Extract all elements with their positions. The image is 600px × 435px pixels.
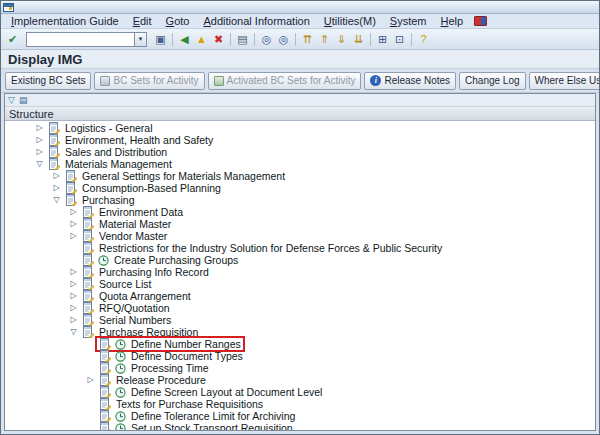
tree-node[interactable]: RFQ/Quotation [80,302,172,314]
img-documentation-icon[interactable] [82,206,95,218]
find-next-icon[interactable]: ◎ [275,31,292,48]
img-documentation-icon[interactable] [65,182,78,194]
img-documentation-icon[interactable] [82,218,95,230]
tree-node-label[interactable]: General Settings for Materials Managemen… [80,170,285,182]
tree-node[interactable]: Restrictions for the Industry Solution f… [80,242,444,254]
img-activity-clock-icon[interactable] [114,387,127,398]
tree-node[interactable]: General Settings for Materials Managemen… [63,170,287,182]
expand-arrow-icon[interactable]: ▷ [50,172,63,180]
tree-node[interactable]: Environment Data [80,206,185,218]
release-notes-button[interactable]: iRelease Notes [364,72,456,90]
expand-arrow-icon[interactable]: ▷ [67,208,80,216]
tree-node-label[interactable]: Define Number Ranges [129,338,241,350]
img-documentation-icon[interactable] [99,422,112,430]
tree-node[interactable]: Vendor Master [80,230,169,242]
expand-arrow-icon[interactable]: ▷ [67,304,80,312]
tree-node[interactable]: Release Procedure [97,374,208,386]
img-activity-clock-icon[interactable] [114,351,127,362]
where-else-used-button[interactable]: Where Else Used [529,72,599,90]
shortcut-icon[interactable]: ⊡ [391,31,408,48]
expand-arrow-icon[interactable]: ▷ [67,220,80,228]
tree-node[interactable]: Create Purchasing Groups [80,254,240,266]
tree-node-label[interactable]: Materials Management [63,158,172,170]
tree-node-label[interactable]: Source List [97,278,152,290]
tree-node-label[interactable]: Logistics - General [63,122,153,134]
tree-node[interactable]: Define Document Types [97,350,245,362]
tree-node-label[interactable]: Purchasing [80,194,135,206]
expand-arrow-icon[interactable]: ▷ [50,184,63,192]
documentation-icon[interactable]: ▤ [19,96,28,105]
img-activity-clock-icon[interactable] [114,423,127,431]
menu-item-utilities-m[interactable]: Utilities(M) [317,15,383,27]
img-documentation-icon[interactable] [48,158,61,170]
expand-arrow-icon[interactable]: ▷ [33,136,46,144]
img-documentation-icon[interactable] [82,230,95,242]
img-documentation-icon[interactable] [82,290,95,302]
menu-item-help[interactable]: Help [434,15,471,27]
tree-node-label[interactable]: RFQ/Quotation [97,302,170,314]
img-documentation-icon[interactable] [99,386,112,398]
tree-node[interactable]: Define Screen Layout at Document Level [97,386,324,398]
img-documentation-icon[interactable] [82,326,95,338]
tree-node-label[interactable]: Processing Time [129,362,209,374]
help-icon[interactable]: ? [415,31,432,48]
tree-node[interactable]: Purchasing Info Record [80,266,211,278]
tree-node-label[interactable]: Create Purchasing Groups [112,254,238,266]
tree-node[interactable]: Processing Time [97,362,211,374]
img-activity-clock-icon[interactable] [114,339,127,350]
img-documentation-icon[interactable] [99,362,112,374]
expand-arrow-icon[interactable]: ▷ [67,292,80,300]
menu-item-edit[interactable]: Edit [126,15,159,27]
command-dropdown-icon[interactable]: ▼ [134,32,147,47]
tree-node[interactable]: Purchasing [63,194,137,206]
expand-arrow-icon[interactable]: ▷ [33,124,46,132]
tree-node[interactable]: Purchase Requisition [80,326,200,338]
print-icon[interactable]: ▤ [234,31,251,48]
tree-node-label[interactable]: Define Tolerance Limit for Archiving [129,410,295,422]
img-documentation-icon[interactable] [82,242,95,254]
expand-arrow-icon[interactable]: ▷ [67,316,80,324]
tree-node[interactable]: Quota Arrangement [80,290,193,302]
back-icon[interactable]: ◀ [176,31,193,48]
img-documentation-icon[interactable] [48,122,61,134]
img-documentation-icon[interactable] [99,374,112,386]
tree-node-label[interactable]: Environment, Health and Safety [63,134,213,146]
menu-item-system[interactable]: System [383,15,434,27]
expand-arrow-icon[interactable]: ▷ [67,232,80,240]
tree-node-label[interactable]: Sales and Distribution [63,146,167,158]
img-documentation-icon[interactable] [48,134,61,146]
prev-page-icon[interactable]: ⇑ [316,31,333,48]
tree-node-label[interactable]: Environment Data [97,206,183,218]
img-documentation-icon[interactable] [99,338,112,350]
img-documentation-icon[interactable] [82,278,95,290]
tree-node-label[interactable]: Define Document Types [129,350,243,362]
tree-node-selected[interactable]: Define Number Ranges [97,338,243,350]
img-documentation-icon[interactable] [82,314,95,326]
collapse-arrow-icon[interactable]: ▽ [67,328,80,336]
position-icon[interactable]: ▽ [8,96,15,105]
command-input[interactable] [26,32,134,47]
new-session-icon[interactable]: ⊞ [374,31,391,48]
tree-node[interactable]: Environment, Health and Safety [46,134,215,146]
last-page-icon[interactable]: ⇊ [350,31,367,48]
next-page-icon[interactable]: ⇓ [333,31,350,48]
tree-node[interactable]: Define Tolerance Limit for Archiving [97,410,297,422]
tree-node[interactable]: Texts for Purchase Requisitions [97,398,265,410]
img-documentation-icon[interactable] [99,398,112,410]
tree-node-label[interactable]: Vendor Master [97,230,167,242]
tree-node-label[interactable]: Define Screen Layout at Document Level [129,386,322,398]
tree-node[interactable]: Source List [80,278,154,290]
enter-icon[interactable]: ✔ [4,31,21,48]
first-page-icon[interactable]: ⇈ [299,31,316,48]
tree-node-label[interactable]: Restrictions for the Industry Solution f… [97,242,442,254]
img-documentation-icon[interactable] [82,254,95,266]
tree-node[interactable]: Material Master [80,218,173,230]
expand-arrow-icon[interactable]: ▷ [33,148,46,156]
expand-arrow-icon[interactable]: ▷ [67,280,80,288]
img-documentation-icon[interactable] [48,146,61,158]
tree-node-label[interactable]: Serial Numbers [97,314,171,326]
tree-node[interactable]: Consumption-Based Planning [63,182,223,194]
tree-node-label[interactable]: Set up Stock Transport Requisition [129,422,293,430]
tree-node-label[interactable]: Purchase Requisition [97,326,198,338]
expand-arrow-icon[interactable]: ▷ [84,376,97,384]
